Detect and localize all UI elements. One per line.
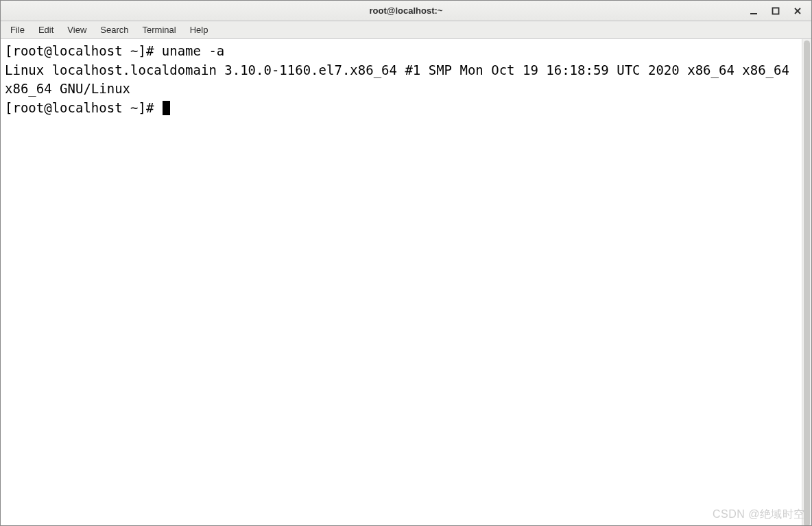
terminal-prompt: [root@localhost ~]# [5, 100, 162, 115]
scrollbar-thumb[interactable] [804, 40, 810, 525]
terminal-output-line: Linux localhost.localdomain 3.10.0-1160.… [5, 62, 797, 97]
maximize-button[interactable] [765, 3, 787, 19]
menu-view[interactable]: View [60, 23, 93, 37]
terminal-prompt: [root@localhost ~]# [5, 43, 162, 58]
menu-help[interactable]: Help [183, 23, 215, 37]
terminal-output[interactable]: [root@localhost ~]# uname -a Linux local… [1, 39, 802, 525]
terminal-area: [root@localhost ~]# uname -a Linux local… [1, 39, 811, 525]
terminal-command: uname -a [162, 43, 225, 58]
window-title: root@localhost:~ [370, 5, 443, 16]
close-icon [793, 7, 802, 15]
menu-edit[interactable]: Edit [32, 23, 60, 37]
titlebar[interactable]: root@localhost:~ [1, 1, 811, 21]
terminal-window: root@localhost:~ File Edit View [0, 0, 812, 526]
minimize-button[interactable] [743, 3, 765, 19]
close-button[interactable] [787, 3, 809, 19]
menu-search[interactable]: Search [93, 23, 135, 37]
menu-terminal[interactable]: Terminal [136, 23, 183, 37]
window-controls [743, 1, 809, 21]
menubar: File Edit View Search Terminal Help [1, 21, 811, 39]
terminal-cursor [163, 101, 170, 115]
svg-rect-1 [773, 8, 779, 14]
svg-rect-0 [750, 13, 757, 14]
menu-file[interactable]: File [3, 23, 32, 37]
minimize-icon [750, 7, 758, 15]
scrollbar[interactable] [802, 39, 811, 525]
maximize-icon [772, 7, 780, 15]
